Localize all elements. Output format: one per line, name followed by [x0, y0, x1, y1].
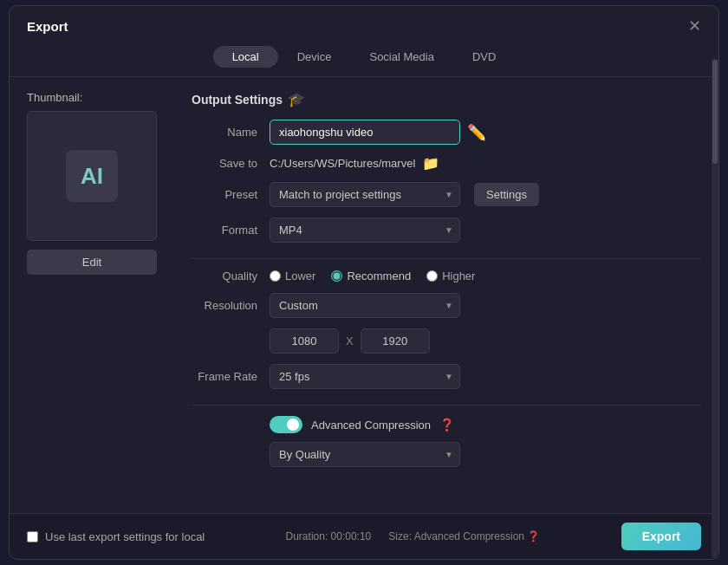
format-select[interactable]: MP4 — [270, 218, 460, 243]
resolution-control: Custom ▼ — [270, 293, 701, 318]
close-button[interactable]: ✕ — [688, 18, 701, 34]
advanced-compression-row: Advanced Compression ❓ — [192, 416, 701, 433]
format-row: Format MP4 ▼ — [192, 218, 701, 243]
use-last-settings-label[interactable]: Use last export settings for local — [27, 530, 205, 543]
thumbnail-icon: AI — [66, 150, 118, 202]
save-path: C:/Users/WS/Pictures/marvel — [270, 157, 415, 170]
height-input[interactable] — [361, 328, 430, 354]
frame-rate-select[interactable]: 25 fps — [270, 364, 460, 389]
dialog-header: Export ✕ — [10, 6, 718, 34]
frame-rate-label: Frame Rate — [192, 370, 270, 383]
quality-row: Quality Lower Recommend High — [192, 270, 701, 282]
folder-icon[interactable]: 📁 — [422, 155, 439, 172]
quality-lower-radio[interactable] — [270, 270, 281, 282]
tab-device[interactable]: Device — [278, 46, 351, 68]
advanced-compression-toggle[interactable] — [270, 416, 302, 433]
frame-rate-row: Frame Rate 25 fps ▼ — [192, 364, 701, 389]
export-dialog: Export ✕ Local Device Social Media DVD T… — [9, 5, 719, 560]
ai-icon-button[interactable]: ✏️ — [467, 123, 486, 142]
dimension-separator: X — [346, 334, 354, 347]
thumbnail-box: AI — [27, 111, 157, 241]
resolution-select-wrap: Custom ▼ — [270, 293, 460, 318]
compression-quality-row: By Quality ▼ — [192, 442, 701, 467]
save-to-row: Save to C:/Users/WS/Pictures/marvel 📁 — [192, 155, 701, 172]
quality-recommend-label[interactable]: Recommend — [331, 270, 411, 282]
quality-higher-text: Higher — [442, 270, 475, 282]
format-label: Format — [192, 224, 270, 237]
size-text: Size: Advanced Compression ❓ — [388, 530, 540, 542]
resolution-inputs: X — [270, 328, 430, 354]
footer-info: Duration: 00:00:10 Size: Advanced Compre… — [286, 530, 541, 542]
left-panel: Thumbnail: AI Edit — [27, 91, 174, 499]
thumbnail-label: Thumbnail: — [27, 91, 82, 104]
frame-rate-control: 25 fps ▼ — [270, 364, 701, 389]
quality-recommend-text: Recommend — [347, 270, 411, 282]
name-label: Name — [192, 126, 270, 139]
resolution-label: Resolution — [192, 299, 270, 312]
quality-lower-label[interactable]: Lower — [270, 270, 315, 282]
tab-social-media[interactable]: Social Media — [350, 46, 452, 68]
tab-bar: Local Device Social Media DVD — [10, 34, 718, 77]
by-quality-select[interactable]: By Quality — [270, 442, 460, 467]
dialog-title: Export — [27, 19, 68, 34]
tab-local[interactable]: Local — [213, 46, 278, 68]
save-to-label: Save to — [192, 157, 270, 170]
format-control: MP4 ▼ — [270, 218, 701, 243]
tab-dvd[interactable]: DVD — [453, 46, 515, 68]
name-input[interactable] — [270, 120, 460, 145]
width-input[interactable] — [270, 328, 339, 354]
save-to-control: C:/Users/WS/Pictures/marvel 📁 — [270, 155, 701, 172]
help-icon[interactable]: ❓ — [439, 418, 454, 432]
section-title: Output Settings 🎓 — [192, 91, 701, 107]
dimensions-row: X — [192, 328, 701, 354]
use-last-settings-text: Use last export settings for local — [45, 530, 205, 543]
content-area: Thumbnail: AI Edit Output Settings 🎓 Nam… — [10, 77, 718, 513]
size-help-icon[interactable]: ❓ — [527, 530, 540, 542]
advanced-compression-label: Advanced Compression — [311, 419, 431, 432]
quality-lower-text: Lower — [285, 270, 315, 282]
scrollbar-track[interactable] — [712, 77, 718, 513]
output-settings-label: Output Settings — [192, 93, 283, 107]
dimensions-control: X — [270, 328, 701, 354]
quality-higher-radio[interactable] — [426, 270, 438, 282]
settings-button[interactable]: Settings — [474, 183, 539, 206]
edit-button[interactable]: Edit — [27, 250, 157, 275]
size-label: Size: Advanced Compression — [388, 530, 524, 542]
format-select-wrap: MP4 ▼ — [270, 218, 460, 243]
quality-recommend-radio[interactable] — [331, 270, 342, 282]
quality-control: Lower Recommend Higher — [270, 270, 701, 282]
frame-rate-select-wrap: 25 fps ▼ — [270, 364, 460, 389]
footer: Use last export settings for local Durat… — [10, 513, 718, 559]
resolution-row: Resolution Custom ▼ — [192, 293, 701, 318]
divider-1 — [192, 258, 701, 259]
name-control: ✏️ — [270, 120, 701, 145]
preset-select[interactable]: Match to project settings — [270, 182, 460, 207]
use-last-settings-checkbox[interactable] — [27, 531, 38, 542]
quality-radio-group: Lower Recommend Higher — [270, 270, 475, 282]
resolution-select[interactable]: Custom — [270, 293, 460, 318]
divider-2 — [192, 405, 701, 406]
right-panel: Output Settings 🎓 Name ✏️ Save to C:/Use… — [192, 91, 701, 499]
scrollbar-thumb[interactable] — [712, 77, 718, 164]
preset-label: Preset — [192, 188, 270, 201]
quality-higher-label[interactable]: Higher — [426, 270, 475, 282]
settings-icon: 🎓 — [288, 91, 305, 107]
by-quality-select-wrap: By Quality ▼ — [270, 442, 460, 467]
name-row: Name ✏️ — [192, 120, 701, 145]
preset-control: Match to project settings ▼ Settings — [270, 182, 701, 207]
preset-select-wrap: Match to project settings ▼ — [270, 182, 460, 207]
preset-row: Preset Match to project settings ▼ Setti… — [192, 182, 701, 207]
export-button[interactable]: Export — [621, 523, 701, 550]
duration-text: Duration: 00:00:10 — [286, 530, 372, 542]
quality-label: Quality — [192, 270, 270, 282]
